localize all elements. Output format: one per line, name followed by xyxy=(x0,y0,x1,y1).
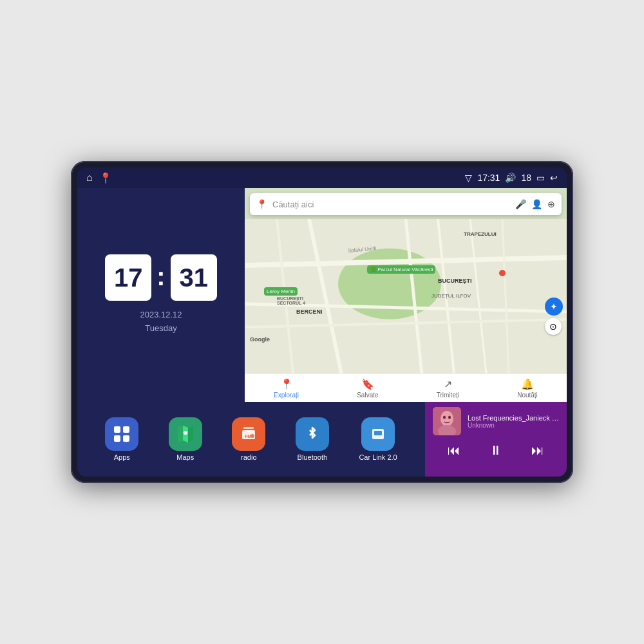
maps-label: Maps xyxy=(176,453,194,461)
status-left-icons: ⌂ 📍 xyxy=(86,172,112,184)
map-search-actions: 🎤 👤 ⊕ xyxy=(515,199,555,209)
music-artist: Unknown xyxy=(468,422,559,429)
share-icon: ↗ xyxy=(444,378,452,390)
music-info: Lost Frequencies_Janieck Devy-... Unknow… xyxy=(433,407,559,435)
bluetooth-icon xyxy=(296,417,329,451)
google-logo: Google xyxy=(250,336,270,343)
battery-level: 18 xyxy=(521,173,531,183)
map-label-berceni: BERCENI xyxy=(296,308,323,315)
map-label-ilfov: JUDEȚUL ILFOV xyxy=(431,293,471,299)
map-nav-news[interactable]: 🔔 Noutăți xyxy=(517,378,538,399)
next-button[interactable]: ⏭ xyxy=(526,440,549,460)
svg-rect-12 xyxy=(114,426,120,433)
app-item-carlink[interactable]: Car Link 2.0 xyxy=(359,417,397,461)
music-controls: ⏮ ⏸ ⏭ xyxy=(433,440,559,460)
map-nav-button[interactable]: ✦ xyxy=(545,298,563,316)
home-icon[interactable]: ⌂ xyxy=(86,172,93,184)
radio-icon: FM xyxy=(232,417,265,451)
maps-icon xyxy=(169,417,202,451)
status-bar: ⌂ 📍 ▽ 17:31 🔊 18 ▭ ↩ xyxy=(77,167,567,188)
svg-point-20 xyxy=(184,431,187,435)
maps-status-icon[interactable]: 📍 xyxy=(99,172,112,184)
map-bottom-nav: 📍 Explorați 🔖 Salvate ↗ Trimiteți 🔔 xyxy=(245,374,567,402)
apps-row: Apps Maps xyxy=(77,402,425,477)
svg-rect-13 xyxy=(123,426,129,433)
svg-point-32 xyxy=(443,416,446,419)
main-area: 17 : 31 2023.12.12 Tuesday 📍 Căutați aic… xyxy=(77,188,567,477)
play-pause-button[interactable]: ⏸ xyxy=(484,440,507,460)
svg-point-24 xyxy=(251,434,254,438)
map-nav-explore[interactable]: 📍 Explorați xyxy=(274,378,299,399)
radio-label: radio xyxy=(241,453,256,461)
svg-rect-14 xyxy=(114,435,120,442)
clock-display: 17 : 31 xyxy=(105,254,216,301)
map-visual: TRAPEZULUI BUCUREȘTI JUDEȚUL ILFOV BERCE… xyxy=(245,219,567,374)
music-title: Lost Frequencies_Janieck Devy-... xyxy=(468,414,559,422)
clock-date: 2023.12.12 Tuesday xyxy=(140,308,182,336)
music-text: Lost Frequencies_Janieck Devy-... Unknow… xyxy=(468,414,559,429)
svg-rect-26 xyxy=(374,431,382,435)
back-icon[interactable]: ↩ xyxy=(550,173,558,183)
apps-icon xyxy=(105,417,138,451)
map-label-trapezului: TRAPEZULUI xyxy=(464,231,497,237)
bottom-section: Apps Maps xyxy=(77,402,567,477)
layers-icon[interactable]: ⊕ xyxy=(547,199,555,209)
apps-label: Apps xyxy=(114,453,130,461)
map-search-bar[interactable]: 📍 Căutați aici 🎤 👤 ⊕ xyxy=(250,193,562,215)
svg-text:FM: FM xyxy=(245,434,251,439)
carlink-icon xyxy=(361,417,395,451)
svg-marker-19 xyxy=(188,426,193,442)
svg-marker-17 xyxy=(178,426,183,442)
map-pin-icon: 📍 xyxy=(256,199,267,209)
device-screen: ⌂ 📍 ▽ 17:31 🔊 18 ▭ ↩ 17 : xyxy=(77,167,567,477)
clock-colon: : xyxy=(156,262,165,291)
map-compass[interactable]: ⊙ xyxy=(545,318,562,335)
gps-icon: ▽ xyxy=(465,173,472,183)
top-section: 17 : 31 2023.12.12 Tuesday 📍 Căutați aic… xyxy=(77,188,567,402)
mic-icon[interactable]: 🎤 xyxy=(515,199,526,209)
music-panel: Lost Frequencies_Janieck Devy-... Unknow… xyxy=(425,402,567,477)
map-pin-parc: 🌿 Parcul Natural Văcărești xyxy=(367,265,435,274)
map-label-sector4: BUCUREȘTISECTORUL 4 xyxy=(277,296,305,305)
map-search-placeholder[interactable]: Căutați aici xyxy=(272,200,510,209)
map-panel[interactable]: 📍 Căutați aici 🎤 👤 ⊕ xyxy=(245,188,567,402)
app-item-maps[interactable]: Maps xyxy=(169,417,202,461)
status-right-area: ▽ 17:31 🔊 18 ▭ ↩ xyxy=(465,173,558,183)
bluetooth-label: Bluetooth xyxy=(298,453,327,461)
news-icon: 🔔 xyxy=(521,378,534,390)
music-thumbnail xyxy=(433,407,461,435)
map-pin-leroy: Leroy Merlin xyxy=(264,287,298,296)
account-icon[interactable]: 👤 xyxy=(531,199,542,209)
map-nav-share[interactable]: ↗ Trimiteți xyxy=(437,378,459,399)
svg-rect-15 xyxy=(123,435,129,442)
app-item-apps[interactable]: Apps xyxy=(105,417,138,461)
svg-rect-27 xyxy=(375,437,377,438)
svg-point-30 xyxy=(440,411,453,426)
battery-icon: ▭ xyxy=(536,173,545,183)
car-head-unit: ⌂ 📍 ▽ 17:31 🔊 18 ▭ ↩ 17 : xyxy=(71,161,573,483)
svg-point-11 xyxy=(499,270,506,276)
saved-icon: 🔖 xyxy=(361,378,374,390)
app-item-bluetooth[interactable]: Bluetooth xyxy=(296,417,329,461)
app-item-radio[interactable]: FM radio xyxy=(232,417,265,461)
map-label-bucuresti: BUCUREȘTI xyxy=(438,278,472,284)
svg-rect-28 xyxy=(379,437,381,438)
clock-hours: 17 xyxy=(105,254,151,301)
map-nav-saved[interactable]: 🔖 Salvate xyxy=(357,378,378,399)
svg-point-33 xyxy=(448,416,451,419)
volume-icon: 🔊 xyxy=(505,173,516,183)
svg-rect-22 xyxy=(243,427,254,429)
clock-panel: 17 : 31 2023.12.12 Tuesday xyxy=(77,188,245,402)
prev-button[interactable]: ⏮ xyxy=(442,440,466,460)
carlink-label: Car Link 2.0 xyxy=(359,453,397,461)
time-display: 17:31 xyxy=(477,173,500,183)
explore-icon: 📍 xyxy=(280,378,293,390)
clock-minutes: 31 xyxy=(171,254,217,301)
